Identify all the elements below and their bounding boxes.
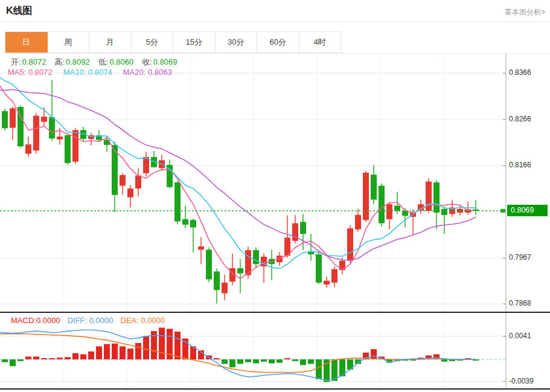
ohlc-readout: 开:0.8072 高:0.8092 低:0.8060 收:0.8069 <box>11 57 177 68</box>
ma10-readout: MA10: 0.8074 <box>63 68 112 77</box>
close-label: 收: <box>142 57 152 66</box>
open-value: 0.8072 <box>22 57 46 66</box>
dea-value-readout: DEA: 0.0000 <box>121 316 165 325</box>
y-axis-label: 0.8366 <box>509 68 548 77</box>
high-value: 0.8092 <box>66 57 90 66</box>
y-axis-label: 0.7967 <box>509 253 548 262</box>
macd-axis-label: -0.0039 <box>509 377 548 385</box>
high-readout: 高:0.8092 <box>54 57 89 68</box>
ma5-readout: MA5: 0.8072 <box>8 68 53 77</box>
close-value: 0.8069 <box>153 57 177 66</box>
low-value: 0.8060 <box>109 57 133 66</box>
ma20-readout: MA20: 0.8063 <box>123 68 172 77</box>
diff-value-readout: DIFF: 0.0000 <box>68 316 114 325</box>
macd-value-readout: MACD:0.0000 <box>11 316 60 325</box>
macd-axis-label: 0.0041 <box>509 332 548 340</box>
high-label: 高: <box>54 57 65 66</box>
y-axis-label: 0.8266 <box>509 115 548 123</box>
y-axis-label: 0.7868 <box>509 299 548 307</box>
open-label: 开: <box>11 57 21 66</box>
open-readout: 开:0.8072 <box>11 57 46 68</box>
close-readout: 收:0.8069 <box>142 57 177 68</box>
y-axis-label: 0.8166 <box>509 161 548 169</box>
low-label: 低: <box>98 57 109 66</box>
current-price-label: 0.8069 <box>507 205 548 216</box>
macd-readout: MACD:0.0000 DIFF: 0.0000 DEA: 0.0000 <box>11 316 165 325</box>
low-readout: 低:0.8060 <box>98 57 133 68</box>
kline-page: K线图 基本面分析> 日 周 月 5分 15分 30分 60分 4时 开:0.8… <box>0 0 550 392</box>
ma-readout: MA5: 0.8072 MA10: 0.8074 MA20: 0.8063 <box>8 68 172 77</box>
